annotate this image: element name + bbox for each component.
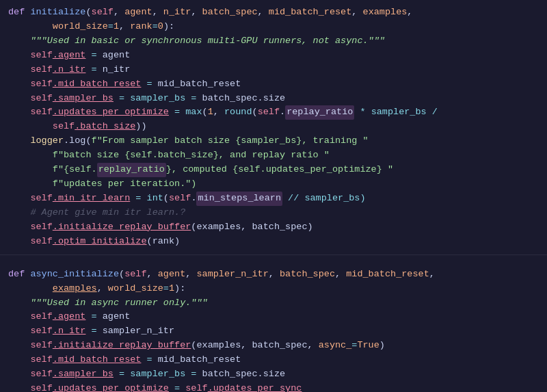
- line-3: """Used in basic or synchronous multi-GP…: [0, 34, 547, 49]
- line-1: def initialize(self, agent, n_itr, batch…: [0, 5, 547, 20]
- b2-line-1: def async_initialize(self, agent, sample…: [0, 267, 547, 282]
- line-16: self.initialize_replay_buffer(examples, …: [0, 220, 547, 235]
- b2-line-4: self.agent = agent: [0, 310, 547, 324]
- b2-line-7: self.mid_batch_reset = mid_batch_reset: [0, 353, 547, 367]
- line-7: self.sampler_bs = sampler_bs = batch_spe…: [0, 92, 547, 106]
- line-4: self.agent = agent: [0, 49, 547, 63]
- line-6: self.mid_batch_reset = mid_batch_reset: [0, 77, 547, 92]
- block-separator: [0, 255, 547, 262]
- function-block-1: def initialize(self, agent, n_itr, batch…: [0, 0, 547, 255]
- b2-line-6: self.initialize_replay_buffer(examples, …: [0, 339, 547, 353]
- line-14: self.min_itr_learn = int(self.min_steps_…: [0, 192, 547, 206]
- line-11: f"batch size {self.batch_size}, and repl…: [0, 148, 547, 163]
- line-13: f"updates per iteration."): [0, 177, 547, 192]
- line-9: self.batch_size)): [0, 120, 547, 134]
- line-12: f"{self.replay_ratio}, computed {self.up…: [0, 163, 547, 177]
- line-10: logger.log(f"From sampler batch size {sa…: [0, 134, 547, 148]
- b2-line-2: examples, world_size=1):: [0, 282, 547, 296]
- line-5: self.n_itr = n_itr: [0, 63, 547, 77]
- b2-line-9: self.updates_per_optimize = self.updates…: [0, 382, 547, 392]
- b2-line-5: self.n_itr = sampler_n_itr: [0, 324, 547, 339]
- b2-line-3: """Used in async runner only.""": [0, 296, 547, 311]
- line-15: # Agent give min itr learn.?: [0, 206, 547, 220]
- line-2: world_size=1, rank=0):: [0, 20, 547, 34]
- b2-line-8: self.sampler_bs = sampler_bs = batch_spe…: [0, 367, 547, 382]
- line-17: self.optim_initialize(rank): [0, 235, 547, 249]
- function-block-2: def async_initialize(self, agent, sample…: [0, 262, 547, 392]
- line-8: self.updates_per_optimize = max(1, round…: [0, 105, 547, 120]
- code-editor: def initialize(self, agent, n_itr, batch…: [0, 0, 547, 392]
